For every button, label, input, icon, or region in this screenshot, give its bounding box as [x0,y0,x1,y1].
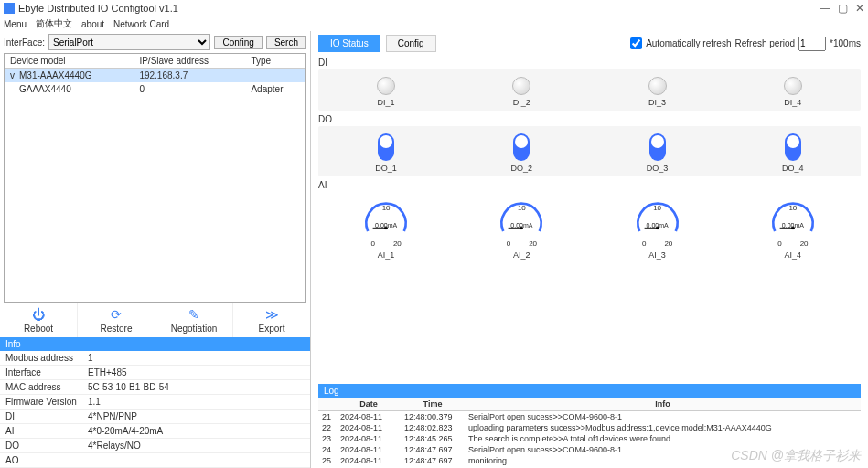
table-row[interactable]: GAAAX44400Adapter [5,82,305,96]
di-indicator: DI_1 [377,77,395,107]
menu-item[interactable]: Menu [4,19,27,29]
do-switch[interactable]: DO_1 [375,133,397,173]
info-row: InterfaceETH+485 [0,366,310,380]
device-table: Device model IP/Slave address Type vM31-… [4,53,306,303]
export-button[interactable]: ≫Export [233,303,310,337]
info-row: AI4*0-20mA/4-20mA [0,424,310,439]
app-icon [4,3,15,14]
negotiation-button[interactable]: ✎Negotiation [155,303,233,337]
titlebar: Ebyte Distributed IO Configtool v1.1 — ▢… [0,0,868,16]
period-input[interactable] [798,37,826,51]
log-row: 242024-08-1112:48:47.697SerialPort open … [318,444,861,455]
do-switch[interactable]: DO_4 [782,133,804,173]
tab-io-status[interactable]: IO Status [318,35,380,52]
info-header: Info [0,337,310,351]
refresh-icon: ⟳ [78,307,155,322]
col-time: Time [401,398,465,411]
tab-config[interactable]: Config [386,35,436,52]
auto-refresh-checkbox[interactable] [630,37,642,49]
app-title: Ebyte Distributed IO Configtool v1.1 [18,3,178,14]
minimize-icon[interactable]: — [820,2,830,15]
ai-gauge: 0.00mA0 2010AI_4 [768,199,818,260]
info-row: DI4*NPN/PNP [0,410,310,424]
menu-item[interactable]: 简体中文 [36,17,72,30]
menu-item[interactable]: Network Card [113,19,169,29]
col-type: Type [245,54,305,69]
log-table: Date Time Info 212024-08-1112:48:00.379S… [318,398,861,466]
di-indicator: DI_3 [648,77,667,107]
restore-button[interactable]: ⟳Restore [78,303,155,337]
interface-select[interactable]: SerialPort [48,34,210,50]
interface-label: InterFace: [4,37,45,48]
col-addr: IP/Slave address [134,54,245,69]
do-switch[interactable]: DO_2 [511,133,533,173]
serch-button[interactable]: Serch [266,36,306,49]
info-row: AO [0,453,310,468]
do-label: DO [318,114,861,124]
info-row: DO4*Relays/NO [0,439,310,453]
period-label: Refresh period [735,38,796,48]
di-indicator: DI_4 [784,77,802,107]
confing-button[interactable]: Confing [214,36,262,49]
ai-gauge: 0.00mA0 2010AI_1 [361,199,411,260]
maximize-icon[interactable]: ▢ [838,2,848,15]
log-row: 232024-08-1112:48:45.265The search is co… [318,433,861,444]
auto-refresh-label: Automatically refresh [646,38,731,48]
di-indicator: DI_2 [512,77,530,107]
close-icon[interactable]: ✕ [855,2,864,15]
power-icon: ⏻ [0,307,77,322]
log-row: 212024-08-1112:48:00.379SerialPort open … [318,411,861,423]
ai-gauge: 0.00mA0 2010AI_3 [633,199,682,260]
log-row: 252024-08-1112:48:47.697monitoring [318,455,861,466]
menu-item[interactable]: about [81,19,104,29]
export-icon: ≫ [233,307,310,322]
info-row: MAC address5C-53-10-B1-BD-54 [0,380,310,395]
info-row: Modbus address1 [0,351,310,366]
ai-label: AI [318,180,861,190]
info-row: Firmware Version1.1 [0,395,310,410]
ai-gauge: 0.00mA0 2010AI_2 [497,199,546,260]
do-switch[interactable]: DO_3 [647,133,669,173]
log-row: 222024-08-1112:48:02.823uploading parame… [318,422,861,433]
info-table: Modbus address1InterfaceETH+485MAC addre… [0,351,310,468]
menubar: Menu 简体中文 about Network Card [0,16,868,31]
table-row[interactable]: vM31-AAAX4440G192.168.3.7 [5,69,305,83]
action-bar: ⏻Reboot ⟳Restore ✎Negotiation ≫Export [0,303,310,337]
period-suffix: *100ms [830,38,861,48]
col-date: Date [337,398,401,411]
reboot-button[interactable]: ⏻Reboot [0,303,78,337]
col-model: Device model [5,54,134,69]
log-header: Log [318,384,861,398]
col-info: Info [465,398,861,411]
di-label: DI [318,58,861,68]
edit-icon: ✎ [155,307,232,322]
